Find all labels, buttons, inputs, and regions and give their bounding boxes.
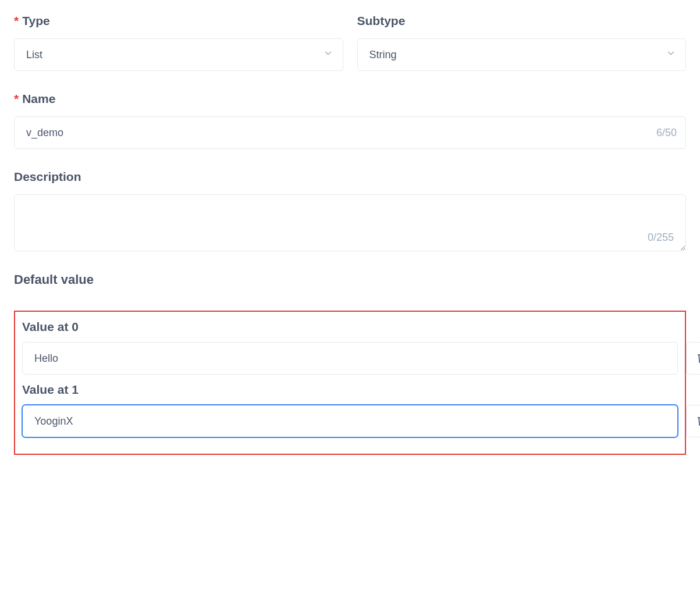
default-value-header: Default value [14, 272, 686, 287]
value-1-input[interactable] [22, 405, 678, 437]
description-label: Description [14, 170, 81, 183]
chevron-down-icon [666, 48, 676, 62]
required-star: * [14, 14, 19, 27]
type-selected-value: List [26, 49, 42, 61]
delete-value-1-button[interactable] [686, 405, 700, 437]
delete-value-0-button[interactable] [686, 342, 700, 375]
description-textarea[interactable] [15, 195, 685, 251]
subtype-selected-value: String [369, 49, 397, 61]
trash-icon [697, 415, 700, 428]
subtype-label: Subtype [357, 14, 406, 27]
default-values-highlight: Value at 0 Value at 1 [14, 311, 686, 455]
name-label: Name [22, 92, 55, 105]
subtype-select[interactable]: String [357, 38, 687, 71]
value-0-label: Value at 0 [22, 320, 678, 334]
type-select[interactable]: List [14, 38, 343, 71]
value-1-label: Value at 1 [22, 383, 678, 397]
name-input[interactable] [14, 116, 686, 149]
trash-icon [697, 352, 700, 365]
type-label: Type [22, 14, 49, 27]
required-star: * [14, 92, 19, 105]
value-0-input[interactable] [22, 342, 678, 375]
chevron-down-icon [323, 48, 333, 62]
